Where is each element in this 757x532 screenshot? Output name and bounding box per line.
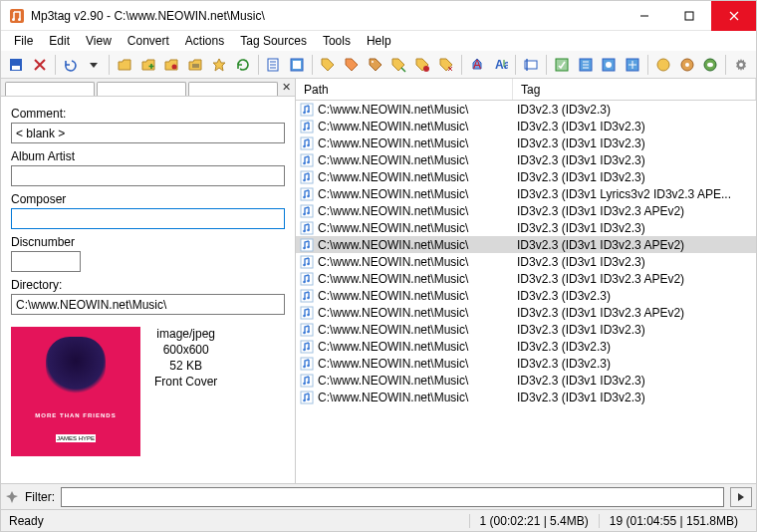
- select-all-button[interactable]: [286, 54, 308, 76]
- tag-file-button[interactable]: [317, 54, 339, 76]
- table-row[interactable]: C:\www.NEOWIN.net\Music\ID3v2.3 (ID3v1 I…: [296, 253, 756, 270]
- file-tag-button[interactable]: [341, 54, 363, 76]
- folder-open-button[interactable]: [114, 54, 135, 76]
- discnumber-input[interactable]: [11, 251, 81, 272]
- cover-art[interactable]: MORE THAN FRIENDS JAMES HYPE: [11, 327, 140, 456]
- composer-input[interactable]: [11, 208, 285, 229]
- column-tag[interactable]: Tag: [513, 79, 756, 100]
- table-row[interactable]: C:\www.NEOWIN.net\Music\ID3v2.3 (ID3v1 I…: [296, 304, 756, 321]
- tag-panel: ✕ Comment: Album Artist Composer Discnum…: [1, 79, 296, 483]
- paste-tag-button[interactable]: [411, 54, 433, 76]
- toolbar-separator: [725, 55, 726, 75]
- table-row[interactable]: C:\www.NEOWIN.net\Music\ID3v2.3 (ID3v1 I…: [296, 236, 756, 253]
- cell-tag: ID3v2.3 (ID3v1 ID3v2.3): [517, 136, 756, 150]
- cell-path: C:\www.NEOWIN.net\Music\: [318, 323, 517, 337]
- menu-convert[interactable]: Convert: [121, 32, 176, 50]
- tools3-button[interactable]: [599, 54, 621, 76]
- table-row[interactable]: C:\www.NEOWIN.net\Music\ID3v2.3 (ID3v1 I…: [296, 321, 756, 338]
- table-row[interactable]: C:\www.NEOWIN.net\Music\ID3v2.3 (ID3v1 I…: [296, 202, 756, 219]
- folder-fav-button[interactable]: [161, 54, 183, 76]
- actions-button[interactable]: A: [466, 54, 488, 76]
- table-row[interactable]: C:\www.NEOWIN.net\Music\ID3v2.3 (ID3v1 I…: [296, 389, 756, 405]
- comment-input[interactable]: [11, 123, 285, 143]
- playlist-button[interactable]: [263, 54, 285, 76]
- cell-tag: ID3v2.3 (ID3v1 Lyrics3v2 ID3v2.3 APE...: [517, 187, 756, 201]
- filter-go-button[interactable]: [730, 487, 752, 507]
- status-total: 19 (01:04:55 | 151.8MB): [599, 514, 748, 528]
- tab[interactable]: [97, 82, 186, 96]
- column-path[interactable]: Path: [296, 79, 513, 100]
- save-button[interactable]: [5, 54, 27, 76]
- svg-point-59: [303, 280, 306, 283]
- actions-quick-button[interactable]: Aa: [489, 54, 511, 76]
- delete-button[interactable]: [29, 54, 51, 76]
- table-row[interactable]: C:\www.NEOWIN.net\Music\ID3v2.3 (ID3v2.3…: [296, 287, 756, 304]
- cell-tag: ID3v2.3 (ID3v2.3): [517, 103, 756, 117]
- svg-point-30: [307, 110, 310, 113]
- folder-list-button[interactable]: [184, 54, 206, 76]
- svg-point-27: [739, 63, 743, 67]
- cell-path: C:\www.NEOWIN.net\Music\: [318, 136, 517, 150]
- sources2-button[interactable]: [676, 54, 698, 76]
- star-button[interactable]: [208, 54, 230, 76]
- copy-tag-button[interactable]: [387, 54, 409, 76]
- tools4-button[interactable]: [622, 54, 643, 76]
- table-row[interactable]: C:\www.NEOWIN.net\Music\ID3v2.3 (ID3v1 L…: [296, 185, 756, 202]
- table-row[interactable]: C:\www.NEOWIN.net\Music\ID3v2.3 (ID3v1 I…: [296, 372, 756, 389]
- filter-input[interactable]: [61, 487, 724, 507]
- cell-tag: ID3v2.3 (ID3v2.3): [517, 340, 756, 354]
- albumartist-input[interactable]: [11, 165, 285, 186]
- status-ready: Ready: [9, 514, 469, 528]
- svg-point-25: [685, 63, 689, 67]
- tools1-button[interactable]: [551, 54, 573, 76]
- table-row[interactable]: C:\www.NEOWIN.net\Music\ID3v2.3 (ID3v1 I…: [296, 151, 756, 168]
- table-row[interactable]: C:\www.NEOWIN.net\Music\ID3v2.3 (ID3v2.3…: [296, 101, 756, 118]
- tag-tag-button[interactable]: [365, 54, 386, 76]
- table-row[interactable]: C:\www.NEOWIN.net\Music\ID3v2.3 (ID3v2.3…: [296, 338, 756, 355]
- menu-tools[interactable]: Tools: [316, 32, 358, 50]
- svg-point-14: [423, 66, 429, 72]
- rename-button[interactable]: [520, 54, 542, 76]
- table-row[interactable]: C:\www.NEOWIN.net\Music\ID3v2.3 (ID3v1 I…: [296, 134, 756, 151]
- menu-tag-sources[interactable]: Tag Sources: [233, 32, 314, 50]
- dropdown-button[interactable]: [83, 54, 105, 76]
- svg-point-39: [307, 160, 310, 163]
- cell-path: C:\www.NEOWIN.net\Music\: [318, 272, 517, 286]
- tools2-button[interactable]: [575, 54, 597, 76]
- cell-path: C:\www.NEOWIN.net\Music\: [318, 255, 517, 269]
- cell-path: C:\www.NEOWIN.net\Music\: [318, 221, 517, 235]
- minimize-button[interactable]: [622, 1, 666, 31]
- statusbar: Ready 1 (00:02:21 | 5.4MB) 19 (01:04:55 …: [1, 509, 756, 531]
- comment-label: Comment:: [11, 107, 285, 121]
- sources3-button[interactable]: [700, 54, 722, 76]
- tab[interactable]: [188, 82, 278, 96]
- menu-help[interactable]: Help: [360, 32, 398, 50]
- menu-view[interactable]: View: [79, 32, 119, 50]
- pin-icon[interactable]: [5, 490, 19, 504]
- table-row[interactable]: C:\www.NEOWIN.net\Music\ID3v2.3 (ID3v2.3…: [296, 355, 756, 372]
- menu-edit[interactable]: Edit: [42, 32, 77, 50]
- svg-point-77: [303, 382, 306, 385]
- close-button[interactable]: [711, 1, 756, 31]
- svg-point-9: [172, 64, 177, 69]
- sources1-button[interactable]: [652, 54, 674, 76]
- table-row[interactable]: C:\www.NEOWIN.net\Music\ID3v2.3 (ID3v1 I…: [296, 270, 756, 287]
- svg-point-81: [307, 398, 310, 400]
- panel-close-icon[interactable]: ✕: [282, 81, 291, 94]
- menu-actions[interactable]: Actions: [178, 32, 231, 50]
- tab[interactable]: [5, 82, 95, 96]
- folder-add-button[interactable]: [137, 54, 159, 76]
- table-row[interactable]: C:\www.NEOWIN.net\Music\ID3v2.3 (ID3v1 I…: [296, 168, 756, 185]
- table-row[interactable]: C:\www.NEOWIN.net\Music\ID3v2.3 (ID3v1 I…: [296, 118, 756, 134]
- maximize-button[interactable]: [666, 1, 711, 31]
- undo-button[interactable]: [60, 54, 82, 76]
- settings-button[interactable]: [730, 54, 752, 76]
- table-row[interactable]: C:\www.NEOWIN.net\Music\ID3v2.3 (ID3v1 I…: [296, 219, 756, 236]
- directory-input[interactable]: [11, 294, 285, 315]
- refresh-button[interactable]: [232, 54, 254, 76]
- svg-point-35: [303, 144, 306, 147]
- toolbar-separator: [647, 55, 648, 75]
- svg-point-48: [307, 211, 310, 214]
- cut-tag-button[interactable]: [435, 54, 457, 76]
- menu-file[interactable]: File: [7, 32, 40, 50]
